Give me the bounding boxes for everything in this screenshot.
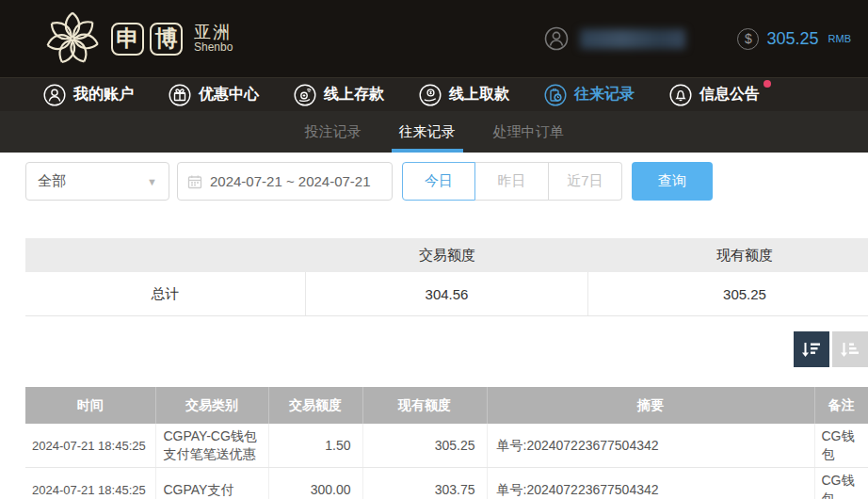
user-icon <box>544 26 569 51</box>
nav-item-deposit[interactable]: 线上存款 <box>294 84 384 106</box>
nav-label: 线上存款 <box>324 85 384 105</box>
logo-char-1: 申 <box>111 23 144 56</box>
summary-table: 交易额度 现有额度 总计 304.56 305.25 <box>25 238 868 316</box>
top-header: 申 博 亚洲 Shenbo $ 305.25 RMB <box>0 0 868 77</box>
chevron-down-icon: ▼ <box>147 176 157 187</box>
summary-header-row: 交易额度 现有额度 <box>25 238 868 272</box>
sort-descending-icon <box>801 339 822 360</box>
site-logo[interactable]: 申 博 亚洲 Shenbo <box>43 9 233 68</box>
summary-header-transaction: 交易额度 <box>306 247 588 265</box>
gift-icon <box>169 84 191 106</box>
cell-remark: CG钱包 <box>814 468 868 499</box>
nav-label: 往来记录 <box>574 85 635 105</box>
summary-total-transaction: 304.56 <box>306 272 588 315</box>
nav-item-promotions[interactable]: 优惠中心 <box>169 84 259 106</box>
flower-logo-icon <box>43 9 102 68</box>
tab-transaction-records[interactable]: 往来记录 <box>395 111 459 153</box>
date-range-input[interactable]: 2024-07-21 ~ 2024-07-21 <box>177 162 393 201</box>
col-header-time: 时间 <box>25 387 155 424</box>
sub-tabbar: 投注记录 往来记录 处理中订单 <box>0 111 868 153</box>
summary-total-label: 总计 <box>25 272 306 315</box>
nav-item-withdraw[interactable]: 线上取款 <box>419 84 509 106</box>
dollar-coin-icon: $ <box>737 28 759 50</box>
username-redacted <box>580 29 685 49</box>
nav-label: 优惠中心 <box>199 85 259 105</box>
quick-range-group: 今日 昨日 近7日 <box>402 162 622 201</box>
tab-processing-orders[interactable]: 处理中订单 <box>490 111 568 153</box>
withdraw-hand-icon <box>419 84 442 106</box>
logo-region: 亚洲 <box>194 24 233 41</box>
records-clipboard-icon <box>544 84 567 106</box>
header-right: $ 305.25 RMB <box>544 26 851 51</box>
col-header-balance: 现有额度 <box>362 387 487 424</box>
user-account-chip[interactable] <box>544 26 685 51</box>
col-header-remark: 备注 <box>814 387 868 424</box>
cell-time: 2024-07-21 18:45:25 <box>25 424 155 468</box>
table-row: 2024-07-21 18:45:25 CGPAY-CG钱包支付笔笔送优惠 1.… <box>25 424 868 468</box>
cell-type: CGPAY-CG钱包支付笔笔送优惠 <box>155 424 268 468</box>
logo-text: 亚洲 Shenbo <box>194 24 233 53</box>
balance-amount: 305.25 <box>766 29 818 49</box>
records-header-row: 时间 交易类别 交易额度 现有额度 摘要 备注 <box>25 387 868 424</box>
bell-icon <box>669 84 692 106</box>
col-header-type: 交易类别 <box>155 387 268 424</box>
sort-ascending-button[interactable] <box>832 331 868 367</box>
deposit-hand-icon <box>294 84 316 106</box>
cell-time: 2024-07-21 18:45:25 <box>25 468 155 499</box>
logo-char-2: 博 <box>150 23 183 56</box>
main-nav: 我的账户 优惠中心 线上存款 <box>0 77 868 111</box>
col-header-summary: 摘要 <box>487 387 814 424</box>
today-button[interactable]: 今日 <box>402 162 475 201</box>
cell-balance: 305.25 <box>362 424 487 468</box>
sort-controls <box>25 331 868 367</box>
notification-dot <box>764 80 771 88</box>
last7days-button[interactable]: 近7日 <box>549 162 622 201</box>
cell-type: CGPAY支付 <box>155 468 268 499</box>
nav-item-announcements[interactable]: 信息公告 <box>669 84 760 106</box>
type-select[interactable]: 全部 ▼ <box>25 162 169 201</box>
cell-balance: 303.75 <box>362 468 487 499</box>
summary-total-balance: 305.25 <box>588 272 868 315</box>
col-header-amount: 交易额度 <box>268 387 362 424</box>
type-select-value: 全部 <box>38 172 66 190</box>
table-row: 2024-07-21 18:45:25 CGPAY支付 300.00 303.7… <box>25 468 868 499</box>
cell-amount: 1.50 <box>268 424 362 468</box>
search-button[interactable]: 查询 <box>632 162 713 201</box>
summary-header-balance: 现有额度 <box>588 247 868 265</box>
nav-item-my-account[interactable]: 我的账户 <box>43 84 134 106</box>
content: 全部 ▼ 2024-07-21 ~ 2024-07-21 今日 昨日 近7日 查… <box>0 153 868 499</box>
sort-descending-button[interactable] <box>794 331 829 367</box>
logo-subtitle: Shenbo <box>194 41 233 54</box>
cell-amount: 300.00 <box>268 468 362 499</box>
nav-label: 信息公告 <box>699 85 760 105</box>
balance-currency: RMB <box>828 33 851 44</box>
yesterday-button[interactable]: 昨日 <box>475 162 549 201</box>
sort-ascending-icon <box>840 339 860 360</box>
cell-remark: CG钱包 <box>814 424 868 468</box>
cell-summary: 单号:202407223677504342 <box>487 468 814 499</box>
balance-chip[interactable]: $ 305.25 RMB <box>737 28 851 50</box>
cell-summary: 单号:202407223677504342 <box>487 424 814 468</box>
summary-total-row: 总计 304.56 305.25 <box>25 272 868 316</box>
calendar-icon <box>187 174 202 189</box>
filter-row: 全部 ▼ 2024-07-21 ~ 2024-07-21 今日 昨日 近7日 查… <box>25 162 868 201</box>
records-table: 时间 交易类别 交易额度 现有额度 摘要 备注 2024-07-21 18:45… <box>25 387 868 499</box>
nav-item-records[interactable]: 往来记录 <box>544 84 635 106</box>
nav-label: 我的账户 <box>73 85 134 105</box>
user-circle-icon <box>43 84 66 106</box>
logo-characters: 申 博 <box>111 23 183 56</box>
nav-label: 线上取款 <box>449 85 509 105</box>
date-range-value: 2024-07-21 ~ 2024-07-21 <box>210 173 371 189</box>
tab-betting-records[interactable]: 投注记录 <box>301 111 365 153</box>
